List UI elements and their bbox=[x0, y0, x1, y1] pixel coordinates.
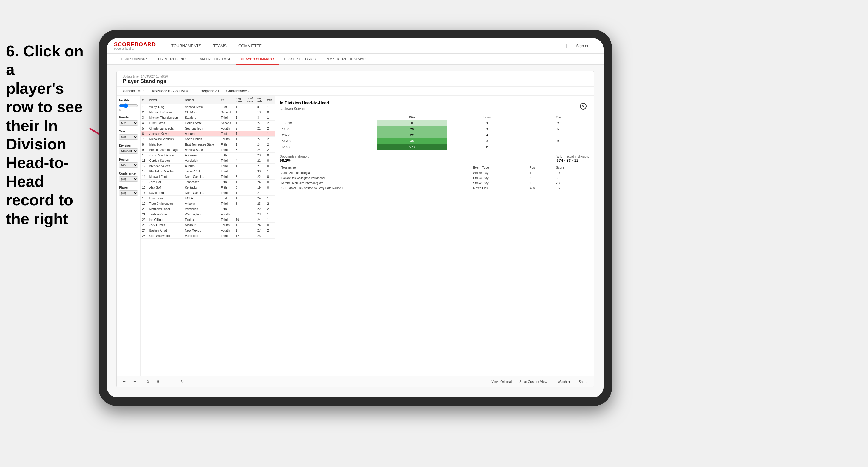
cell-win: 0 bbox=[266, 163, 275, 169]
tournament-row[interactable]: SEC Match Play hosted by Jerry Pate Roun… bbox=[280, 186, 589, 191]
cell-player: Luke Claton bbox=[148, 121, 184, 126]
sub-nav-player-h2h-grid[interactable]: PLAYER H2H GRID bbox=[279, 54, 320, 65]
table-row[interactable]: 3 Michael Thorbjornsen Stanford Third 1 … bbox=[141, 115, 275, 121]
update-time: Update time: 27/03/2024 16:56:26 bbox=[123, 75, 168, 78]
cell-school: Tennessee bbox=[183, 180, 219, 185]
paste-button[interactable]: ⊕ bbox=[154, 378, 162, 385]
table-row[interactable]: 8 Mats Ege East Tennessee State Fifth 1 … bbox=[141, 142, 275, 147]
h2h-inner: ✕ In Division Head-to-Head Jackson Koivu… bbox=[280, 100, 589, 191]
left-panel: No Rds. 6 Gender Men Women bbox=[117, 96, 275, 376]
col-year: Yr bbox=[219, 96, 234, 104]
undo-button[interactable]: ↩ bbox=[120, 378, 128, 385]
opponents-row: Opponents in division: 98.1% W-L-T recor… bbox=[280, 155, 589, 163]
share-button[interactable]: Share bbox=[576, 378, 590, 385]
nav-teams[interactable]: TEAMS bbox=[207, 38, 232, 54]
cell-rank: 18 bbox=[141, 196, 148, 201]
cell-reg-rank: 1 bbox=[234, 137, 245, 142]
sub-nav-team-h2h-grid[interactable]: TEAM H2H GRID bbox=[153, 54, 190, 65]
table-row[interactable]: 20 Matthew Riedel Vanderbilt Fifth 5 22 … bbox=[141, 207, 275, 212]
t-col-tournament: Tournament bbox=[280, 165, 471, 170]
cell-player: Phichakon Maichon bbox=[148, 169, 184, 174]
cell-conf-rank bbox=[245, 169, 256, 174]
sub-nav-player-h2h-heatmap[interactable]: PLAYER H2H HEATMAP bbox=[321, 54, 370, 65]
cell-school: Ole Miss bbox=[183, 110, 219, 115]
table-row[interactable]: 13 Phichakon Maichon Texas A&M Third 6 3… bbox=[141, 169, 275, 174]
cell-no-rds: 21 bbox=[256, 163, 266, 169]
cell-school: Arkansas bbox=[183, 153, 219, 158]
h2h-panel: ✕ In Division Head-to-Head Jackson Koivu… bbox=[275, 96, 594, 376]
no-rds-value: 6 bbox=[119, 108, 138, 112]
filter-row: Gender: Men Division: NCAA Division I Re… bbox=[117, 87, 594, 96]
division-select[interactable]: NCAA Division I bbox=[119, 148, 138, 154]
table-row[interactable]: 22 Ian Gilligan Florida Third 10 24 1 bbox=[141, 217, 275, 223]
view-original-button[interactable]: View: Original bbox=[489, 378, 515, 385]
table-row[interactable]: 17 David Ford North Carolina Third 1 21 … bbox=[141, 190, 275, 196]
t-cell-name: Amer Ari Intercollegiate bbox=[280, 170, 471, 176]
table-row[interactable]: 24 Bastien Amat New Mexico Fourth 1 27 2 bbox=[141, 228, 275, 234]
table-row[interactable]: 25 Cole Sherwood Vanderbilt Third 12 23 … bbox=[141, 234, 275, 239]
h2h-rank-label: >100 bbox=[280, 144, 377, 150]
cell-year: Third bbox=[219, 217, 234, 223]
table-row[interactable]: 9 Preston Summerhays Arizona State Third… bbox=[141, 147, 275, 153]
player-select[interactable]: (All) bbox=[119, 190, 138, 196]
table-row[interactable]: 1 Wenyi Ding Arizona State First 1 8 1 bbox=[141, 104, 275, 110]
sign-out-button[interactable]: Sign out bbox=[570, 38, 596, 54]
h2h-win-cell: 46 bbox=[377, 138, 447, 144]
options-button[interactable]: ⋯ bbox=[164, 378, 173, 385]
table-row[interactable]: 5 Christo Lamprecht Georgia Tech Fourth … bbox=[141, 126, 275, 131]
cell-conf-rank bbox=[245, 190, 256, 196]
table-row[interactable]: 16 Alex Goff Kentucky Fifth 8 19 0 bbox=[141, 185, 275, 190]
table-row[interactable]: 12 Brendan Valdes Auburn Third 1 21 0 bbox=[141, 163, 275, 169]
h2h-close-button[interactable]: ✕ bbox=[580, 103, 587, 110]
share-label: Share bbox=[579, 380, 587, 383]
save-custom-button[interactable]: Save Custom View bbox=[517, 378, 550, 385]
table-row[interactable]: 7 Nicholas Gabrielck North Florida Fourt… bbox=[141, 137, 275, 142]
no-rds-slider[interactable] bbox=[119, 103, 138, 108]
table-row[interactable]: 18 Luke Powell UCLA First 4 24 1 bbox=[141, 196, 275, 201]
table-row[interactable]: 6 Jackson Koivun Auburn First 1 1 1 bbox=[141, 131, 275, 137]
cell-win: 2 bbox=[266, 142, 275, 147]
region-select[interactable]: N/A bbox=[119, 162, 138, 168]
sub-nav-team-h2h-heatmap[interactable]: TEAM H2H HEATMAP bbox=[190, 54, 236, 65]
year-select[interactable]: (All) bbox=[119, 134, 138, 139]
tournament-row[interactable]: Mirabel Maui Jim Intercollegiate Stroke … bbox=[280, 181, 589, 186]
cell-reg-rank: 2 bbox=[234, 126, 245, 131]
t-cell-type: Stroke Play bbox=[471, 176, 528, 181]
redo-button[interactable]: ↪ bbox=[131, 378, 139, 385]
sub-nav-player-summary[interactable]: PLAYER SUMMARY bbox=[236, 54, 279, 65]
cell-rank: 12 bbox=[141, 163, 148, 169]
cell-player: Michael La Sasse bbox=[148, 110, 184, 115]
copy-button[interactable]: ⧉ bbox=[144, 378, 152, 385]
cell-year: Fifth bbox=[219, 207, 234, 212]
conference-select[interactable]: (All) bbox=[119, 176, 138, 182]
cell-reg-rank: 8 bbox=[234, 185, 245, 190]
cell-rank: 24 bbox=[141, 228, 148, 234]
cell-no-rds: 21 bbox=[256, 158, 266, 163]
h2h-col-rank-range bbox=[280, 114, 377, 120]
cell-conf-rank bbox=[245, 201, 256, 207]
table-row[interactable]: 21 Taehoon Song Washington Fourth 6 23 1 bbox=[141, 212, 275, 217]
cell-rank: 20 bbox=[141, 207, 148, 212]
table-row[interactable]: 14 Maxwell Ford North Carolina Third 3 2… bbox=[141, 174, 275, 180]
tournament-row[interactable]: Fallon Oak Collegiate Invitational Strok… bbox=[280, 176, 589, 181]
cell-reg-rank: 10 bbox=[234, 217, 245, 223]
table-row[interactable]: 15 Jake Hall Tennessee Fifth 1 24 0 bbox=[141, 180, 275, 185]
table-row[interactable]: 2 Michael La Sasse Ole Miss Second 1 18 … bbox=[141, 110, 275, 115]
watch-button[interactable]: Watch ▼ bbox=[555, 378, 574, 385]
table-row[interactable]: 10 Jacob Mac Diesen Arkansas Fifth 3 23 … bbox=[141, 153, 275, 158]
cell-conf-rank bbox=[245, 147, 256, 153]
table-row[interactable]: 11 Gordon Sargent Vanderbilt Third 4 21 … bbox=[141, 158, 275, 163]
tournament-row[interactable]: Amer Ari Intercollegiate Stroke Play 4 -… bbox=[280, 170, 589, 176]
table-row[interactable]: 4 Luke Claton Florida State Second 1 27 … bbox=[141, 121, 275, 126]
cell-school: Auburn bbox=[183, 163, 219, 169]
table-row[interactable]: 19 Tiger Christensen Arizona Third 8 23 … bbox=[141, 201, 275, 207]
refresh-button[interactable]: ↻ bbox=[178, 378, 186, 385]
gender-select[interactable]: Men Women bbox=[119, 120, 138, 126]
h2h-row: 11-25 20 9 5 bbox=[280, 126, 589, 132]
sub-nav-team-summary[interactable]: TEAM SUMMARY bbox=[114, 54, 153, 65]
nav-committee[interactable]: COMMITTEE bbox=[232, 38, 268, 54]
nav-tournaments[interactable]: TOURNAMENTS bbox=[165, 38, 207, 54]
table-row[interactable]: 23 Jack Lundin Missouri Fourth 11 24 0 bbox=[141, 223, 275, 228]
cell-win: 0 bbox=[266, 223, 275, 228]
cell-player: Nicholas Gabrielck bbox=[148, 137, 184, 142]
